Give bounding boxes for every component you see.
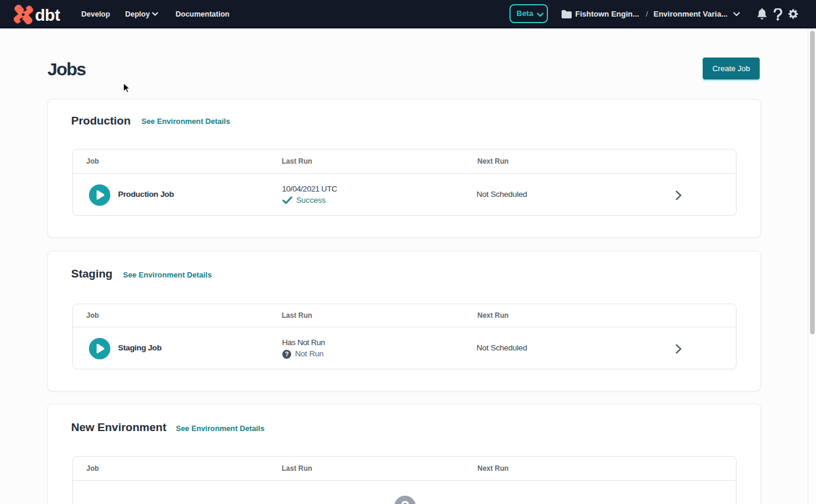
- svg-text:?: ?: [401, 498, 410, 504]
- svg-text:?: ?: [285, 350, 288, 358]
